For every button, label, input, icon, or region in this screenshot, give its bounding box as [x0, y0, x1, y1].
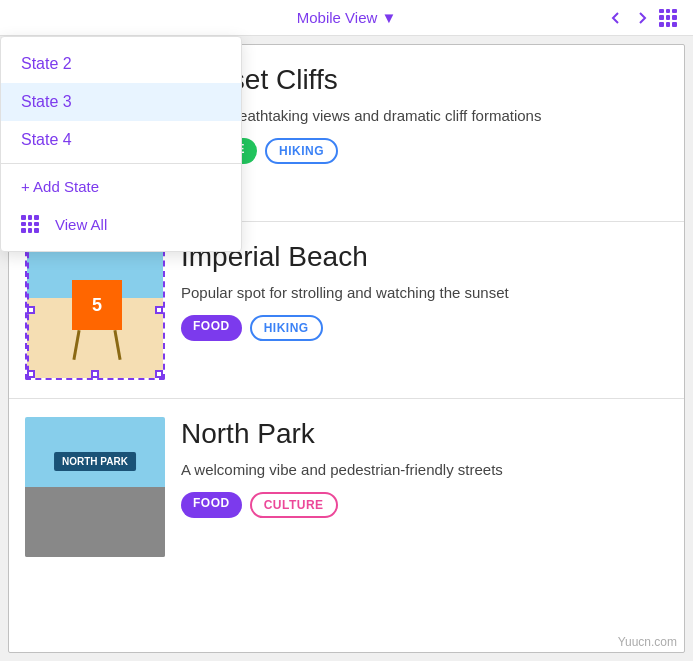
imperial-beach-image[interactable]: 5: [25, 240, 165, 380]
handle-br[interactable]: [155, 370, 163, 378]
view-all-item[interactable]: View All: [1, 205, 241, 243]
nav-next-icon[interactable]: [633, 9, 651, 27]
main-area: State 2 State 3 State 4 + Add State View…: [0, 36, 693, 661]
imperial-beach-img-visual: 5: [27, 242, 165, 380]
handle-bl[interactable]: [27, 370, 35, 378]
state4-item[interactable]: State 4: [1, 121, 241, 159]
imperial-beach-desc: Popular spot for strolling and watching …: [181, 282, 668, 303]
handle-bm[interactable]: [91, 370, 99, 378]
hiking-tag-1[interactable]: HIKING: [265, 138, 338, 164]
north-park-title: North Park: [181, 417, 668, 451]
north-park-sign: NORTH PARK: [54, 452, 136, 471]
north-park-image: NORTH PARK: [25, 417, 165, 557]
north-park-body: North Park A welcoming vibe and pedestri…: [181, 417, 668, 518]
sunset-cliffs-tags: NATURE HIKING: [181, 138, 668, 164]
sunset-cliffs-title: Sunset Cliffs: [181, 63, 668, 97]
culture-tag[interactable]: CULTURE: [250, 492, 338, 518]
imperial-beach-tags: FOOD HIKING: [181, 315, 668, 341]
view-all-grid-icon: [21, 215, 39, 233]
grid-view-icon[interactable]: [659, 9, 677, 27]
card-north-park: NORTH PARK North Park A welcoming vibe a…: [9, 399, 684, 575]
state3-item[interactable]: State 3: [1, 83, 241, 121]
hiking-tag-2[interactable]: HIKING: [250, 315, 323, 341]
state4-label: State 4: [21, 131, 72, 149]
north-park-desc: A welcoming vibe and pedestrian-friendly…: [181, 459, 668, 480]
state3-label: State 3: [21, 93, 72, 111]
state-dropdown: State 2 State 3 State 4 + Add State View…: [0, 36, 242, 252]
header-controls: [607, 9, 677, 27]
lifeguard-tower: 5: [67, 280, 127, 360]
sunset-cliffs-desc: Offers breathtaking views and dramatic c…: [181, 105, 668, 126]
mobile-view-label: Mobile View: [297, 9, 378, 26]
nav-prev-icon[interactable]: [607, 9, 625, 27]
north-park-img-visual: NORTH PARK: [25, 417, 165, 557]
handle-ml[interactable]: [27, 306, 35, 314]
dropdown-chevron: ▼: [381, 9, 396, 26]
food-tag-1[interactable]: FOOD: [181, 315, 242, 341]
header: Mobile View ▼: [0, 0, 693, 36]
state2-label: State 2: [21, 55, 72, 73]
view-all-label: View All: [55, 216, 107, 233]
divider: [1, 163, 241, 164]
north-park-tags: FOOD CULTURE: [181, 492, 668, 518]
mobile-view-dropdown[interactable]: Mobile View ▼: [297, 9, 396, 26]
add-state-label: + Add State: [21, 178, 99, 195]
handle-mr[interactable]: [155, 306, 163, 314]
watermark: Yuucn.com: [618, 635, 677, 649]
imperial-beach-body: Imperial Beach Popular spot for strollin…: [181, 240, 668, 341]
food-tag-2[interactable]: FOOD: [181, 492, 242, 518]
add-state-item[interactable]: + Add State: [1, 168, 241, 205]
street-visual: [25, 487, 165, 557]
sunset-cliffs-body: Sunset Cliffs Offers breathtaking views …: [181, 63, 668, 164]
state2-item[interactable]: State 2: [1, 45, 241, 83]
imperial-beach-title: Imperial Beach: [181, 240, 668, 274]
